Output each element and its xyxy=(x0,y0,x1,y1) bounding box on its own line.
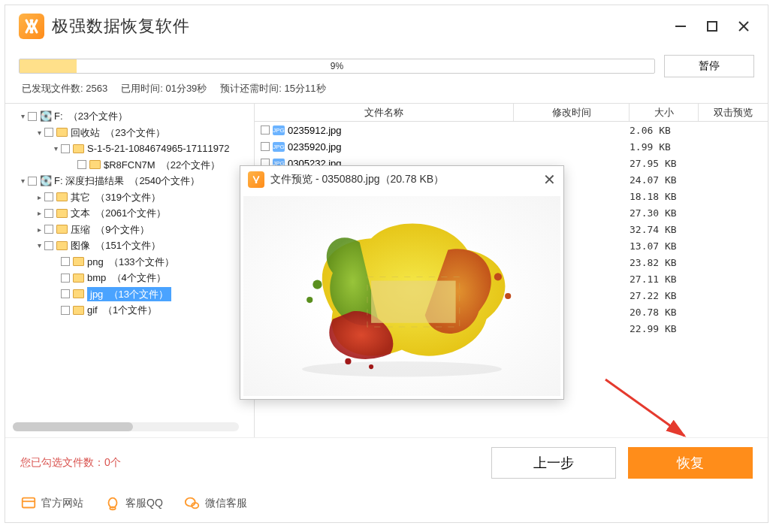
pause-button[interactable]: 暂停 xyxy=(664,55,754,77)
tree-checkbox[interactable] xyxy=(28,177,37,186)
tree-checkbox[interactable] xyxy=(77,160,86,169)
preview-dialog[interactable]: 文件预览 - 0350880.jpg（20.78 KB） ✕ xyxy=(240,165,564,400)
file-checkbox[interactable] xyxy=(261,142,270,151)
official-website-link[interactable]: 官方网站 xyxy=(20,495,83,512)
expand-caret-icon[interactable]: ▾ xyxy=(19,175,26,186)
recover-button[interactable]: 恢复 xyxy=(628,447,753,479)
tree-checkbox[interactable] xyxy=(61,306,70,315)
tree-checkbox[interactable] xyxy=(44,192,53,201)
tree-label: S-1-5-21-1084674965-17111972 xyxy=(87,141,229,156)
progress-bar: 9% xyxy=(19,59,655,74)
svg-point-15 xyxy=(345,358,351,364)
folder-icon xyxy=(73,257,84,266)
tree-node[interactable]: gif （1个文件） xyxy=(5,302,254,319)
minimize-button[interactable] xyxy=(670,16,691,37)
drive-icon: 💽 xyxy=(40,109,52,124)
tree-checkbox[interactable] xyxy=(61,144,70,153)
expand-caret-icon[interactable] xyxy=(52,256,59,268)
tree-checkbox[interactable] xyxy=(28,112,37,121)
tree-label: png （133个文件） xyxy=(87,255,174,270)
tree-node[interactable]: ▾回收站 （23个文件） xyxy=(5,125,254,141)
file-size-text: 32.74 KB xyxy=(630,224,699,235)
bottom-links: 官方网站 客服QQ 微信客服 xyxy=(5,488,768,522)
file-name-text: 0235912.jpg xyxy=(288,125,342,136)
tree-checkbox[interactable] xyxy=(44,128,53,137)
jpg-icon: JPG xyxy=(273,125,285,135)
folder-icon xyxy=(56,128,68,137)
expand-caret-icon[interactable]: ▾ xyxy=(35,240,43,251)
tree-node[interactable]: ▾S-1-5-21-1084674965-17111972 xyxy=(5,141,254,157)
tree-label: F: 深度扫描结果 （2540个文件） xyxy=(54,174,200,189)
svg-point-11 xyxy=(313,280,322,289)
maximize-button[interactable] xyxy=(702,16,723,37)
folder-icon xyxy=(56,192,68,201)
file-list-header: 文件名称 修改时间 大小 双击预览 xyxy=(255,104,768,122)
svg-rect-4 xyxy=(23,498,35,508)
tree-node[interactable]: ▸其它 （319个文件） xyxy=(5,189,254,206)
tree-label: $R8FCN7M （22个文件） xyxy=(104,158,220,173)
tree-node[interactable]: ▸压缩 （9个文件） xyxy=(5,222,254,238)
col-preview[interactable]: 双击预览 xyxy=(699,104,768,121)
tree-node[interactable]: ▾💽F: （23个文件） xyxy=(5,108,254,125)
wechat-icon xyxy=(184,495,201,512)
close-button[interactable] xyxy=(733,16,754,37)
file-row[interactable]: JPG0235912.jpg2.06 KB xyxy=(255,122,768,138)
col-size[interactable]: 大小 xyxy=(630,104,699,121)
tree-scrollbar[interactable] xyxy=(13,422,239,431)
col-time[interactable]: 修改时间 xyxy=(514,104,630,121)
expand-caret-icon[interactable]: ▾ xyxy=(19,110,26,122)
expand-caret-icon[interactable] xyxy=(68,159,76,171)
svg-point-13 xyxy=(494,273,502,280)
tree-node[interactable]: bmp （4个文件） xyxy=(5,270,254,286)
qq-support-link[interactable]: 客服QQ xyxy=(104,495,163,512)
folder-icon xyxy=(73,306,84,315)
globe-icon xyxy=(20,495,37,512)
file-size-text: 23.82 KB xyxy=(630,257,699,268)
preview-titlebar[interactable]: 文件预览 - 0350880.jpg（20.78 KB） ✕ xyxy=(240,166,563,193)
expand-caret-icon[interactable]: ▸ xyxy=(35,192,43,203)
file-row[interactable]: JPG0235920.jpg1.99 KB xyxy=(255,138,768,155)
tree-label: 回收站 （23个文件） xyxy=(71,125,165,141)
prev-step-button[interactable]: 上一步 xyxy=(491,447,616,479)
file-size-text: 27.22 KB xyxy=(630,290,699,301)
footer: 您已勾选文件数：0个 上一步 恢复 xyxy=(5,437,768,488)
folder-icon xyxy=(56,225,68,234)
expand-caret-icon[interactable]: ▾ xyxy=(35,127,43,138)
preview-image xyxy=(243,196,560,396)
tree-node[interactable]: png （133个文件） xyxy=(5,254,254,271)
tree-checkbox[interactable] xyxy=(44,241,53,250)
preview-close-icon[interactable]: ✕ xyxy=(543,171,556,189)
expand-caret-icon[interactable]: ▸ xyxy=(35,224,43,235)
tree-node[interactable]: $R8FCN7M （22个文件） xyxy=(5,157,254,174)
col-filename[interactable]: 文件名称 xyxy=(255,104,514,121)
tree-checkbox[interactable] xyxy=(44,209,53,218)
expand-caret-icon[interactable]: ▾ xyxy=(52,143,59,154)
file-checkbox[interactable] xyxy=(261,125,270,135)
tree-node[interactable]: ▸文本 （2061个文件） xyxy=(5,205,254,222)
expand-caret-icon[interactable] xyxy=(52,272,59,283)
svg-rect-1 xyxy=(708,22,717,31)
tree-checkbox[interactable] xyxy=(61,274,70,283)
tree-node[interactable]: jpg （13个文件） xyxy=(5,286,254,303)
file-size-text: 1.99 KB xyxy=(630,141,699,153)
tree-checkbox[interactable] xyxy=(61,289,70,298)
expand-caret-icon[interactable] xyxy=(52,289,59,300)
tree-node[interactable]: ▾💽F: 深度扫描结果 （2540个文件） xyxy=(5,173,254,189)
file-size-text: 18.18 KB xyxy=(630,191,699,202)
file-size-text: 2.06 KB xyxy=(630,125,699,136)
tree-label: 其它 （319个文件） xyxy=(71,190,161,205)
tree-label: bmp （4个文件） xyxy=(87,271,166,286)
drive-icon: 💽 xyxy=(40,174,52,189)
expand-caret-icon[interactable] xyxy=(52,304,59,316)
folder-icon xyxy=(89,160,101,169)
tree-checkbox[interactable] xyxy=(44,225,53,234)
svg-rect-17 xyxy=(371,281,456,323)
tree-checkbox[interactable] xyxy=(61,257,70,266)
expand-caret-icon[interactable]: ▸ xyxy=(35,207,43,219)
wechat-support-link[interactable]: 微信客服 xyxy=(184,495,247,512)
tree-node[interactable]: ▾图像 （151个文件） xyxy=(5,237,254,254)
tree-label: F: （23个文件） xyxy=(54,109,128,124)
tree-label: 文本 （2061个文件） xyxy=(71,206,166,221)
folder-tree[interactable]: ▾💽F: （23个文件）▾回收站 （23个文件）▾S-1-5-21-108467… xyxy=(5,104,255,437)
qq-icon xyxy=(104,495,121,512)
